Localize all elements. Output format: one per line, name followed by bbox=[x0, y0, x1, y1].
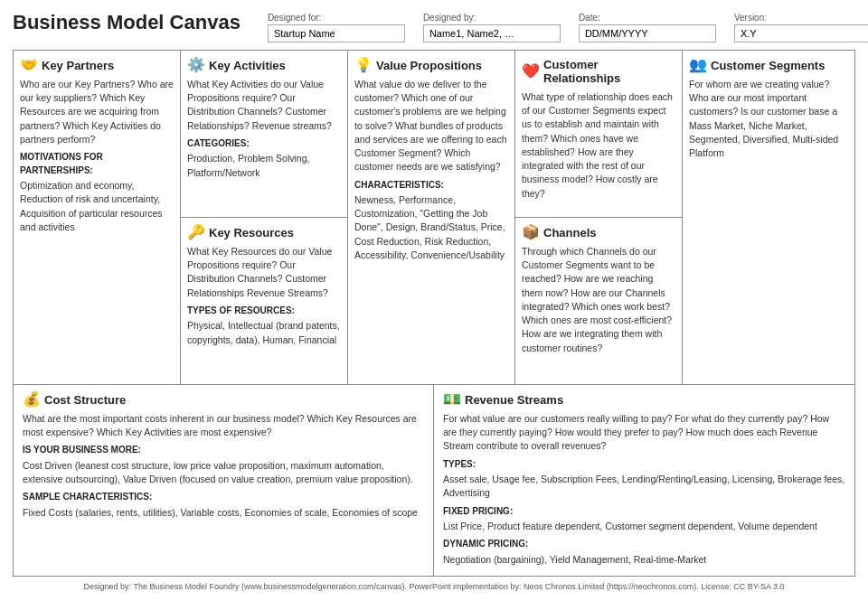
customer-segments-title: Customer Segments bbox=[711, 59, 825, 72]
cost-structure-cat2: SAMPLE CHARACTERISTICS: bbox=[23, 491, 424, 504]
revenue-streams-cat1: TYPES: bbox=[443, 458, 845, 472]
key-partners-icon: 🤝 bbox=[20, 58, 38, 72]
key-resources-icon: 🔑 bbox=[187, 225, 205, 239]
cost-structure-text2: Cost Driven (leanest cost structure, low… bbox=[23, 459, 424, 486]
designed-for-label: Designed for: bbox=[268, 13, 405, 23]
key-resources-text2: Physical, Intellectual (brand patents, c… bbox=[187, 319, 341, 346]
page-title: Business Model Canvas bbox=[13, 11, 241, 34]
revenue-streams-cat3: DYNAMIC PRICING: bbox=[443, 538, 845, 551]
cost-structure-text3: Fixed Costs (salaries, rents, utilities)… bbox=[23, 506, 424, 520]
key-activities-cat1: CATEGORIES: bbox=[187, 137, 341, 151]
key-partners-cat1: MOTIVATIONS FOR PARTNERSHIPS: bbox=[20, 151, 174, 177]
footer: Designed by: The Business Model Foundry … bbox=[13, 582, 855, 591]
key-resources-cat1: TYPES OF RESOURCES: bbox=[187, 305, 341, 318]
cr-channels-column: ❤️ Customer Relationships What type of r… bbox=[515, 51, 683, 384]
key-activities-cell: ⚙️ Key Activities What Key Activities do… bbox=[181, 51, 347, 218]
customer-segments-icon: 👥 bbox=[689, 58, 707, 72]
revenue-streams-text1: For what value are our customers really … bbox=[443, 412, 845, 454]
key-resources-cell: 🔑 Key Resources What Key Resources do ou… bbox=[181, 218, 347, 384]
cost-structure-icon: 💰 bbox=[23, 392, 41, 407]
designed-by-input[interactable] bbox=[423, 24, 561, 42]
footer-text: Designed by: The Business Model Foundry … bbox=[84, 582, 785, 591]
revenue-streams-text4: Negotiation (bargaining), Yield Manageme… bbox=[443, 553, 845, 567]
revenue-streams-icon: 💵 bbox=[443, 392, 461, 407]
key-resources-title: Key Resources bbox=[209, 226, 294, 239]
value-propositions-cat1: CHARACTERISTICS: bbox=[354, 179, 508, 193]
customer-relationships-title: Customer Relationships bbox=[543, 58, 675, 85]
customer-relationships-icon: ❤️ bbox=[522, 64, 540, 79]
cost-structure-cat1: IS YOUR BUSINESS MORE: bbox=[23, 444, 424, 457]
customer-relationships-cell: ❤️ Customer Relationships What type of r… bbox=[515, 51, 682, 218]
value-propositions-text2: Newness, Performance, Customization, "Ge… bbox=[354, 193, 508, 262]
key-activities-icon: ⚙️ bbox=[187, 58, 205, 72]
cost-structure-text1: What are the most important costs inhere… bbox=[23, 412, 424, 439]
cost-structure-title: Cost Structure bbox=[44, 393, 126, 407]
key-partners-cell: 🤝 Key Partners Who are our Key Partners?… bbox=[14, 51, 181, 384]
activities-resources-column: ⚙️ Key Activities What Key Activities do… bbox=[181, 51, 348, 384]
value-propositions-text1: What value do we deliver to the customer… bbox=[354, 78, 508, 174]
revenue-streams-cell: 💵 Revenue Streams For what value are our… bbox=[434, 385, 854, 576]
channels-icon: 📦 bbox=[522, 225, 540, 239]
key-activities-text2: Production, Problem Solving, Platform/Ne… bbox=[187, 152, 341, 179]
value-propositions-icon: 💡 bbox=[354, 58, 373, 72]
customer-segments-cell: 👥 Customer Segments For whom are we crea… bbox=[683, 51, 850, 384]
date-label: Date: bbox=[579, 13, 716, 23]
key-activities-title: Key Activities bbox=[209, 59, 286, 72]
customer-segments-text1: For whom are we creating value? Who are … bbox=[689, 78, 844, 160]
key-partners-title: Key Partners bbox=[42, 59, 114, 72]
value-propositions-cell: 💡 Value Propositions What value do we de… bbox=[348, 51, 515, 384]
value-propositions-title: Value Propositions bbox=[376, 59, 482, 72]
customer-relationships-text1: What type of relationship does each of o… bbox=[522, 90, 675, 201]
key-resources-text1: What Key Resources do our Value Proposit… bbox=[187, 245, 341, 300]
revenue-streams-cat2: FIXED PRICING: bbox=[443, 505, 845, 519]
designed-by-label: Designed by: bbox=[423, 13, 561, 23]
key-activities-text1: What Key Activities do our Value Proposi… bbox=[187, 78, 341, 133]
key-partners-text2: Optimization and economy, Reduction of r… bbox=[20, 179, 174, 234]
revenue-streams-text2: Asset sale, Usage fee, Subscription Fees… bbox=[443, 473, 845, 500]
revenue-streams-title: Revenue Streams bbox=[465, 393, 563, 407]
date-input[interactable] bbox=[579, 24, 716, 42]
designed-for-input[interactable] bbox=[268, 24, 405, 42]
channels-title: Channels bbox=[543, 226, 597, 239]
key-partners-text1: Who are our Key Partners? Who are our ke… bbox=[20, 78, 174, 146]
channels-text1: Through which Channels do our Customer S… bbox=[522, 245, 675, 355]
channels-cell: 📦 Channels Through which Channels do our… bbox=[515, 218, 682, 384]
cost-structure-cell: 💰 Cost Structure What are the most impor… bbox=[14, 385, 434, 576]
version-label: Version: bbox=[734, 13, 868, 23]
revenue-streams-text3: List Price, Product feature dependent, C… bbox=[443, 520, 845, 533]
version-input[interactable] bbox=[734, 24, 868, 42]
